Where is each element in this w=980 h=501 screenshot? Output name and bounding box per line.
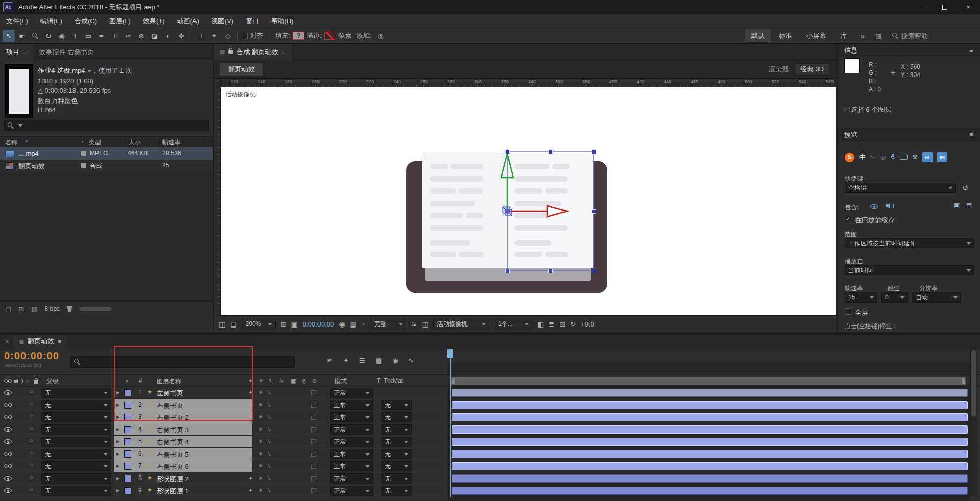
layer-duration-bar[interactable] xyxy=(452,462,968,470)
eye-icon[interactable] xyxy=(4,390,12,395)
scrollbar-thumb[interactable] xyxy=(971,350,976,417)
selection-tool[interactable]: ↖ xyxy=(3,30,15,42)
layer-color-swatch[interactable] xyxy=(124,463,131,470)
solo-icon[interactable]: ○ xyxy=(30,425,33,431)
pan-behind-tool[interactable]: ✛ xyxy=(69,30,81,42)
mode-dropdown[interactable]: 正常 xyxy=(330,461,373,471)
eye-icon[interactable] xyxy=(4,427,12,432)
ime-emoji-icon[interactable]: ☺ xyxy=(879,153,887,161)
trkmat-dropdown[interactable]: 无 xyxy=(381,461,412,471)
solo-icon[interactable]: ○ xyxy=(30,462,33,468)
fast-preview-icon[interactable]: ≋ xyxy=(411,320,417,328)
eye-icon[interactable] xyxy=(4,403,12,407)
expand-arrow-icon[interactable]: ▶ xyxy=(116,403,119,407)
collapse-icon[interactable]: ☀ xyxy=(258,414,263,420)
exposure-value[interactable]: +0.0 xyxy=(581,320,594,328)
sogou-input-bar[interactable]: S 中 °· ☺ ⚒ ⊞ ▤ xyxy=(845,152,947,162)
col-t[interactable]: T xyxy=(377,377,380,384)
expand-arrow-icon[interactable]: ▶ xyxy=(116,439,119,444)
project-search[interactable] xyxy=(4,120,209,131)
col-mode[interactable]: 模式 xyxy=(334,377,347,386)
layer-name[interactable]: 右侧书页 5 xyxy=(157,450,189,459)
layer-color-swatch[interactable] xyxy=(124,426,131,433)
quality-icon[interactable]: \ xyxy=(268,450,270,457)
roi-icon[interactable]: ▣ xyxy=(291,320,298,328)
framerate-select[interactable]: 15 xyxy=(845,292,877,303)
help-search[interactable] xyxy=(892,32,973,40)
resolution-select[interactable]: 完整 xyxy=(371,319,406,329)
hand-tool[interactable]: ☛ xyxy=(16,30,28,42)
collapse-icon[interactable]: ☀ xyxy=(258,463,263,469)
axis-view-icon[interactable]: ◇ xyxy=(222,30,234,42)
expand-arrow-icon[interactable]: ▶ xyxy=(116,476,119,481)
layer-duration-bar[interactable] xyxy=(452,450,968,458)
threed-switch[interactable] xyxy=(311,390,316,395)
parent-dropdown[interactable]: 无 xyxy=(41,437,111,447)
cache-checkbox[interactable]: ✓ xyxy=(845,216,851,222)
quality-icon[interactable]: \ xyxy=(268,463,270,469)
shy-icon[interactable]: ✦ xyxy=(248,438,253,445)
mode-dropdown[interactable]: 正常 xyxy=(330,412,373,422)
grid-guides-icon[interactable]: ⊞ xyxy=(281,320,286,328)
quality-icon[interactable]: \ xyxy=(268,414,270,420)
expand-arrow-icon[interactable]: ▶ xyxy=(116,452,119,456)
close-button[interactable]: × xyxy=(957,0,980,14)
layer-row[interactable]: ○ 无 ▶ 5 ★ 右侧书页 4 ✦ ☀ \ 正常 无 xyxy=(0,436,980,448)
parent-dropdown[interactable]: 无 xyxy=(41,412,111,422)
range-select[interactable]: 工作区域按当前时间延伸 xyxy=(845,238,974,248)
screen-mode-icon[interactable]: ▤ xyxy=(230,320,236,328)
minimize-button[interactable] xyxy=(910,0,933,14)
current-time-display[interactable]: 0:00:00:00 xyxy=(4,350,59,362)
tab-effect-controls[interactable]: 效果控件 右侧书页 xyxy=(33,44,101,60)
draft-3d-icon[interactable]: ✦ xyxy=(343,357,349,364)
workspace-menu-icon[interactable]: ▦ xyxy=(872,30,885,42)
layer-color-swatch[interactable] xyxy=(124,389,131,396)
solo-icon[interactable]: ○ xyxy=(30,486,33,492)
include-export-icon[interactable]: ▤ xyxy=(966,202,972,209)
snapshot-icon[interactable]: ◉ xyxy=(339,320,345,328)
layer-color-swatch[interactable] xyxy=(124,414,131,421)
collapse-icon[interactable]: ☀ xyxy=(258,475,263,482)
quality-icon[interactable]: \ xyxy=(268,402,270,408)
menu-item[interactable]: 编辑(E) xyxy=(34,14,68,28)
horizontal-ruler[interactable]: 1201401601802002202402602803003203403603… xyxy=(221,79,836,87)
threed-switch[interactable] xyxy=(311,403,316,408)
layer-name[interactable]: 右侧书页 3 xyxy=(157,425,189,435)
tab-project[interactable]: 项目 ≡ xyxy=(0,44,33,60)
show-snapshot-icon[interactable]: ▦ xyxy=(350,320,356,328)
solo-icon[interactable]: ○ xyxy=(30,474,33,480)
lock-icon[interactable] xyxy=(228,50,233,54)
eye-icon[interactable] xyxy=(4,476,12,481)
bit-depth-label[interactable]: 8 bpc xyxy=(45,305,60,312)
mode-dropdown[interactable]: 正常 xyxy=(330,437,373,447)
trkmat-dropdown[interactable]: 无 xyxy=(381,400,412,410)
quality-icon[interactable]: \ xyxy=(268,438,270,444)
solo-icon[interactable]: ○ xyxy=(30,388,33,394)
layer-row[interactable]: ○ 无 ▶ 1 ★ 左侧书页 ✦ ☀ \ 正常 xyxy=(0,387,980,399)
shortcut-select[interactable]: 空格键 xyxy=(845,183,956,193)
roto-brush-tool[interactable]: ◗ xyxy=(162,30,174,42)
include-audio-icon[interactable] xyxy=(886,203,895,209)
layer-duration-bar[interactable] xyxy=(452,413,968,421)
add-property-icon[interactable]: ◎ xyxy=(375,30,387,42)
ime-tile-icon[interactable]: ▤ xyxy=(937,152,947,162)
layer-duration-bar[interactable] xyxy=(452,438,968,446)
zoom-select[interactable]: 200% xyxy=(242,319,276,329)
layer-name[interactable]: 左侧书页 xyxy=(157,389,183,398)
eye-icon[interactable] xyxy=(4,488,12,493)
workspace-标准[interactable]: 标准 xyxy=(773,29,798,42)
solo-icon[interactable]: ○ xyxy=(30,449,33,456)
snap-checkbox[interactable] xyxy=(241,33,248,39)
shy-icon[interactable]: ✦ xyxy=(248,487,253,494)
ime-toolbox-icon[interactable]: ⚒ xyxy=(912,154,918,161)
pen-tool[interactable]: ✒ xyxy=(95,30,108,42)
project-row-footage[interactable]: ....mp4 MPEG 464 KB 29.536 xyxy=(0,147,213,160)
shy-icon[interactable]: ✦ xyxy=(248,389,253,396)
layer-name[interactable]: 右侧书页 4 xyxy=(157,438,189,447)
collapse-icon[interactable]: ☀ xyxy=(258,450,263,457)
eraser-tool[interactable]: ◪ xyxy=(149,30,161,42)
trkmat-dropdown[interactable]: 无 xyxy=(381,473,412,484)
timeline-search-input[interactable] xyxy=(83,358,290,365)
label-color-swatch[interactable] xyxy=(81,151,86,156)
col-layer-name[interactable]: 图层名称 xyxy=(157,377,181,386)
